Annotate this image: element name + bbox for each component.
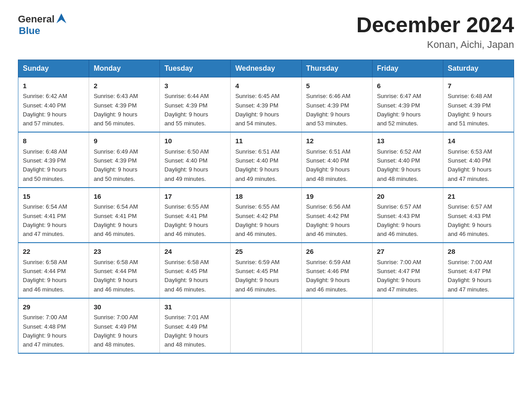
week-row-3: 15 Sunrise: 6:54 AM Sunset: 4:41 PM Dayl… xyxy=(18,188,514,243)
day-number: 4 xyxy=(235,81,296,91)
day-cell: 10 Sunrise: 6:50 AM Sunset: 4:40 PM Dayl… xyxy=(160,132,231,188)
day-info: Sunrise: 6:44 AM Sunset: 4:39 PM Dayligh… xyxy=(164,93,209,127)
day-number: 6 xyxy=(377,81,438,91)
title-block: December 2024 Konan, Aichi, Japan xyxy=(356,13,514,51)
day-number: 2 xyxy=(94,81,155,91)
day-number: 28 xyxy=(448,247,509,257)
col-header-saturday: Saturday xyxy=(443,60,514,77)
day-cell: 18 Sunrise: 6:55 AM Sunset: 4:42 PM Dayl… xyxy=(231,188,301,243)
col-header-sunday: Sunday xyxy=(18,60,89,77)
day-cell: 3 Sunrise: 6:44 AM Sunset: 4:39 PM Dayli… xyxy=(160,77,231,132)
day-number: 23 xyxy=(94,247,155,257)
day-cell: 14 Sunrise: 6:53 AM Sunset: 4:40 PM Dayl… xyxy=(443,132,514,188)
calendar-table: SundayMondayTuesdayWednesdayThursdayFrid… xyxy=(18,60,514,354)
day-number: 12 xyxy=(306,136,368,146)
day-info: Sunrise: 7:00 AM Sunset: 4:49 PM Dayligh… xyxy=(94,314,138,348)
col-header-friday: Friday xyxy=(372,60,443,77)
page-header: General Blue December 2024 Konan, Aichi,… xyxy=(18,13,514,51)
day-cell: 11 Sunrise: 6:51 AM Sunset: 4:40 PM Dayl… xyxy=(231,132,301,188)
day-info: Sunrise: 6:47 AM Sunset: 4:39 PM Dayligh… xyxy=(377,93,421,127)
day-cell: 13 Sunrise: 6:52 AM Sunset: 4:40 PM Dayl… xyxy=(372,132,443,188)
col-header-wednesday: Wednesday xyxy=(231,60,301,77)
day-info: Sunrise: 6:52 AM Sunset: 4:40 PM Dayligh… xyxy=(377,148,421,182)
day-cell: 24 Sunrise: 6:58 AM Sunset: 4:45 PM Dayl… xyxy=(160,243,231,298)
day-info: Sunrise: 6:58 AM Sunset: 4:44 PM Dayligh… xyxy=(94,259,138,293)
day-info: Sunrise: 6:57 AM Sunset: 4:43 PM Dayligh… xyxy=(377,203,421,237)
day-number: 7 xyxy=(448,81,509,91)
day-info: Sunrise: 6:54 AM Sunset: 4:41 PM Dayligh… xyxy=(23,203,67,237)
day-info: Sunrise: 6:58 AM Sunset: 4:45 PM Dayligh… xyxy=(164,259,209,293)
day-info: Sunrise: 6:54 AM Sunset: 4:41 PM Dayligh… xyxy=(94,203,138,237)
day-number: 21 xyxy=(448,192,509,202)
week-row-4: 22 Sunrise: 6:58 AM Sunset: 4:44 PM Dayl… xyxy=(18,243,514,298)
day-info: Sunrise: 6:53 AM Sunset: 4:40 PM Dayligh… xyxy=(448,148,492,182)
day-number: 10 xyxy=(164,136,226,146)
logo-general-text: General xyxy=(18,13,55,25)
day-cell: 25 Sunrise: 6:59 AM Sunset: 4:45 PM Dayl… xyxy=(231,243,301,298)
day-cell: 16 Sunrise: 6:54 AM Sunset: 4:41 PM Dayl… xyxy=(89,188,160,243)
day-number: 27 xyxy=(377,247,438,257)
day-number: 5 xyxy=(306,81,368,91)
day-number: 22 xyxy=(23,247,84,257)
day-number: 13 xyxy=(377,136,438,146)
day-cell: 5 Sunrise: 6:46 AM Sunset: 4:39 PM Dayli… xyxy=(301,77,372,132)
day-info: Sunrise: 6:55 AM Sunset: 4:42 PM Dayligh… xyxy=(235,203,279,237)
day-cell: 7 Sunrise: 6:48 AM Sunset: 4:39 PM Dayli… xyxy=(443,77,514,132)
day-cell: 21 Sunrise: 6:57 AM Sunset: 4:43 PM Dayl… xyxy=(443,188,514,243)
day-number: 18 xyxy=(235,192,296,202)
day-number: 20 xyxy=(377,192,438,202)
day-info: Sunrise: 6:49 AM Sunset: 4:39 PM Dayligh… xyxy=(94,148,138,182)
day-number: 31 xyxy=(164,302,226,313)
day-number: 19 xyxy=(306,192,368,202)
page-subtitle: Konan, Aichi, Japan xyxy=(356,39,514,51)
day-info: Sunrise: 7:00 AM Sunset: 4:47 PM Dayligh… xyxy=(448,259,492,293)
day-cell: 22 Sunrise: 6:58 AM Sunset: 4:44 PM Dayl… xyxy=(18,243,89,298)
day-info: Sunrise: 6:51 AM Sunset: 4:40 PM Dayligh… xyxy=(306,148,351,182)
logo-blue-text: Blue xyxy=(19,25,40,37)
day-info: Sunrise: 6:48 AM Sunset: 4:39 PM Dayligh… xyxy=(23,148,67,182)
day-number: 15 xyxy=(23,192,84,202)
week-row-2: 8 Sunrise: 6:48 AM Sunset: 4:39 PM Dayli… xyxy=(18,132,514,188)
day-info: Sunrise: 6:46 AM Sunset: 4:39 PM Dayligh… xyxy=(306,93,351,127)
day-info: Sunrise: 6:50 AM Sunset: 4:40 PM Dayligh… xyxy=(164,148,209,182)
day-cell: 27 Sunrise: 7:00 AM Sunset: 4:47 PM Dayl… xyxy=(372,243,443,298)
header-row: SundayMondayTuesdayWednesdayThursdayFrid… xyxy=(18,60,514,77)
day-info: Sunrise: 7:00 AM Sunset: 4:48 PM Dayligh… xyxy=(23,314,67,348)
day-cell: 12 Sunrise: 6:51 AM Sunset: 4:40 PM Dayl… xyxy=(301,132,372,188)
day-info: Sunrise: 6:42 AM Sunset: 4:40 PM Dayligh… xyxy=(23,93,67,127)
logo-arrow-icon xyxy=(56,13,66,25)
day-number: 3 xyxy=(164,81,226,91)
day-cell xyxy=(301,298,372,354)
day-cell: 4 Sunrise: 6:45 AM Sunset: 4:39 PM Dayli… xyxy=(231,77,301,132)
day-info: Sunrise: 6:48 AM Sunset: 4:39 PM Dayligh… xyxy=(448,93,492,127)
day-cell: 2 Sunrise: 6:43 AM Sunset: 4:39 PM Dayli… xyxy=(89,77,160,132)
day-cell xyxy=(443,298,514,354)
day-info: Sunrise: 6:43 AM Sunset: 4:39 PM Dayligh… xyxy=(94,93,138,127)
day-number: 9 xyxy=(94,136,155,146)
logo: General Blue xyxy=(18,13,66,37)
day-number: 1 xyxy=(23,81,84,91)
day-cell: 26 Sunrise: 6:59 AM Sunset: 4:46 PM Dayl… xyxy=(301,243,372,298)
week-row-1: 1 Sunrise: 6:42 AM Sunset: 4:40 PM Dayli… xyxy=(18,77,514,132)
day-number: 17 xyxy=(164,192,226,202)
day-info: Sunrise: 6:58 AM Sunset: 4:44 PM Dayligh… xyxy=(23,259,67,293)
day-number: 16 xyxy=(94,192,155,202)
day-cell: 28 Sunrise: 7:00 AM Sunset: 4:47 PM Dayl… xyxy=(443,243,514,298)
day-number: 29 xyxy=(23,302,84,313)
day-number: 14 xyxy=(448,136,509,146)
day-cell xyxy=(231,298,301,354)
svg-marker-0 xyxy=(56,13,66,23)
day-number: 26 xyxy=(306,247,368,257)
day-cell: 19 Sunrise: 6:56 AM Sunset: 4:42 PM Dayl… xyxy=(301,188,372,243)
day-cell: 15 Sunrise: 6:54 AM Sunset: 4:41 PM Dayl… xyxy=(18,188,89,243)
day-info: Sunrise: 6:59 AM Sunset: 4:46 PM Dayligh… xyxy=(306,259,351,293)
day-number: 8 xyxy=(23,136,84,146)
day-cell xyxy=(372,298,443,354)
day-number: 24 xyxy=(164,247,226,257)
day-cell: 17 Sunrise: 6:55 AM Sunset: 4:41 PM Dayl… xyxy=(160,188,231,243)
day-cell: 9 Sunrise: 6:49 AM Sunset: 4:39 PM Dayli… xyxy=(89,132,160,188)
day-number: 25 xyxy=(235,247,296,257)
day-info: Sunrise: 7:01 AM Sunset: 4:49 PM Dayligh… xyxy=(164,314,209,348)
day-cell: 31 Sunrise: 7:01 AM Sunset: 4:49 PM Dayl… xyxy=(160,298,231,354)
day-info: Sunrise: 6:56 AM Sunset: 4:42 PM Dayligh… xyxy=(306,203,351,237)
